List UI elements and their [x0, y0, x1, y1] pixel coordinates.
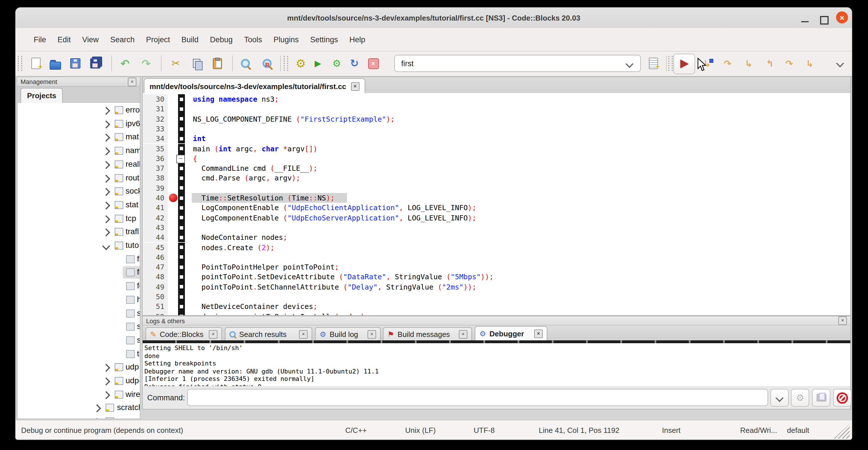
toolbar-drag-handle[interactable]	[284, 56, 288, 71]
menu-item-tools[interactable]: Tools	[238, 33, 268, 46]
command-input[interactable]	[187, 389, 768, 406]
breakpoint-margin[interactable]	[171, 282, 178, 292]
chevron-right-icon[interactable]	[102, 107, 110, 115]
tree-item-se[interactable]: se	[18, 320, 140, 333]
chevron-right-icon[interactable]	[102, 147, 110, 155]
run-button[interactable]: ▶	[310, 56, 325, 71]
breakpoint-margin[interactable]	[171, 133, 178, 144]
redo-button[interactable]: ↷	[139, 56, 154, 71]
breakpoint-icon[interactable]	[169, 193, 178, 202]
tree-item-tcp[interactable]: tcp	[18, 212, 140, 225]
fold-margin[interactable]	[178, 193, 185, 203]
resize-grip[interactable]	[834, 424, 850, 439]
copy-log-button[interactable]	[812, 389, 830, 407]
chevron-right-icon[interactable]	[102, 364, 110, 372]
step-out-button[interactable]: ↰	[763, 56, 777, 71]
menu-item-help[interactable]: Help	[344, 33, 371, 46]
tree-item-ipv6[interactable]: ipv6	[18, 117, 140, 130]
fold-margin[interactable]	[178, 302, 185, 312]
chevron-down-icon[interactable]	[625, 60, 633, 68]
log-tab-close-icon[interactable]: ×	[459, 330, 467, 338]
fold-margin[interactable]	[178, 223, 185, 233]
tree-item-six[interactable]: six	[18, 333, 140, 347]
fold-margin[interactable]	[178, 272, 185, 282]
breakpoint-margin[interactable]	[171, 233, 178, 242]
chevron-right-icon[interactable]	[102, 188, 110, 196]
tree-item-fir[interactable]: fir	[18, 266, 140, 279]
replace-button[interactable]: R	[260, 56, 275, 71]
fold-margin[interactable]	[178, 173, 185, 183]
menu-item-build[interactable]: Build	[176, 33, 204, 46]
save-all-button[interactable]	[88, 56, 103, 71]
project-tree[interactable]: erroipv6matnamreallroutsockstattcptraflt…	[18, 103, 140, 419]
chevron-right-icon[interactable]	[102, 202, 110, 210]
code-line-49[interactable]: 49 pointToPoint.SetChannelAttribute ("De…	[143, 282, 850, 292]
code-editor[interactable]: 30using namespace ns3;3132NS_LOG_COMPONE…	[143, 93, 850, 315]
chevron-right-icon[interactable]	[102, 120, 110, 128]
log-tab-search-results[interactable]: Search results×	[225, 327, 312, 340]
tree-item-stat[interactable]: stat	[18, 198, 140, 212]
tree-item-erro[interactable]: erro	[18, 103, 140, 117]
editor-tab-first-cc[interactable]: mnt/dev/tools/source/ns-3-dev/examples/t…	[144, 78, 365, 94]
fold-margin[interactable]	[178, 124, 185, 134]
undo-button[interactable]: ↶	[118, 56, 132, 71]
tree-item-tuto[interactable]: tuto	[18, 239, 140, 252]
chevron-right-icon[interactable]	[93, 418, 101, 419]
tree-item-reall[interactable]: reall	[18, 158, 140, 171]
logs-scrollbar[interactable]	[143, 340, 850, 343]
code-line-39[interactable]: 39	[143, 183, 850, 193]
fold-margin[interactable]	[178, 282, 185, 292]
tree-item-se[interactable]: se	[18, 306, 140, 320]
breakpoint-margin[interactable]	[171, 272, 178, 282]
menu-item-search[interactable]: Search	[104, 33, 141, 46]
new-file-button[interactable]: +	[29, 56, 43, 71]
code-line-48[interactable]: 48 pointToPoint.SetDeviceAttribute ("Dat…	[143, 272, 850, 282]
breakpoint-margin[interactable]	[171, 104, 178, 114]
code-line-42[interactable]: 42 LogComponentEnable ("UdpEchoServerApp…	[143, 213, 850, 223]
breakpoint-margin[interactable]	[171, 223, 178, 233]
fold-margin[interactable]	[178, 133, 185, 144]
breakpoint-margin[interactable]	[171, 292, 178, 302]
step-into-button[interactable]: ↳	[741, 56, 756, 71]
debug-continue-button[interactable]	[673, 54, 695, 74]
paste-button[interactable]	[210, 56, 225, 71]
fold-margin[interactable]	[178, 114, 185, 124]
menu-item-project[interactable]: Project	[141, 33, 176, 46]
log-tab-debugger[interactable]: ⚙Debugger×	[475, 326, 547, 340]
menu-item-settings[interactable]: Settings	[305, 33, 344, 46]
tree-item-udp-[interactable]: udp-	[18, 374, 140, 388]
abort-build-button[interactable]: ×	[366, 56, 381, 71]
fold-margin[interactable]	[178, 163, 185, 173]
fold-margin[interactable]	[178, 242, 185, 252]
rebuild-button[interactable]: ↻	[347, 56, 362, 71]
code-line-31[interactable]: 31	[143, 104, 850, 114]
code-line-46[interactable]: 46	[143, 252, 850, 262]
next-instruction-button[interactable]: ↷	[782, 56, 797, 71]
log-tab-close-icon[interactable]: ×	[299, 330, 308, 338]
tree-item-th[interactable]: th	[18, 347, 140, 361]
breakpoint-margin[interactable]	[171, 94, 178, 104]
code-line-52[interactable]: 52 devices = pointToPoint.Install (nodes…	[143, 311, 850, 315]
chevron-right-icon[interactable]	[93, 404, 101, 413]
log-tab-close-icon[interactable]: ×	[209, 330, 217, 338]
copy-button[interactable]	[189, 56, 204, 71]
breakpoint-margin[interactable]	[171, 302, 178, 312]
log-tab-build-log[interactable]: ⚙Build log×	[315, 327, 381, 340]
tree-item-scratch[interactable]: scratch	[18, 401, 140, 415]
code-line-32[interactable]: 32NS_LOG_COMPONENT_DEFINE ("FirstScriptE…	[143, 114, 850, 124]
fold-margin[interactable]	[178, 104, 185, 114]
cut-button[interactable]: ✂	[168, 56, 183, 71]
tree-item-he[interactable]: he	[18, 293, 140, 307]
breakpoint-margin[interactable]	[171, 203, 178, 213]
tab-projects[interactable]: Projects	[21, 88, 63, 103]
debugger-settings-button[interactable]: ⚙	[791, 389, 809, 407]
code-line-34[interactable]: 34int	[143, 133, 850, 144]
tree-item-trafl[interactable]: trafl	[18, 225, 140, 239]
save-button[interactable]	[68, 56, 83, 71]
code-line-51[interactable]: 51 NetDeviceContainer devices;	[143, 302, 850, 312]
open-file-button[interactable]	[48, 56, 63, 71]
command-history-button[interactable]	[770, 389, 789, 407]
fold-margin[interactable]	[178, 144, 185, 154]
debugger-log-list[interactable]: Setting SHELL to '/bin/sh'doneSetting br…	[143, 343, 850, 386]
find-button[interactable]	[238, 56, 253, 71]
